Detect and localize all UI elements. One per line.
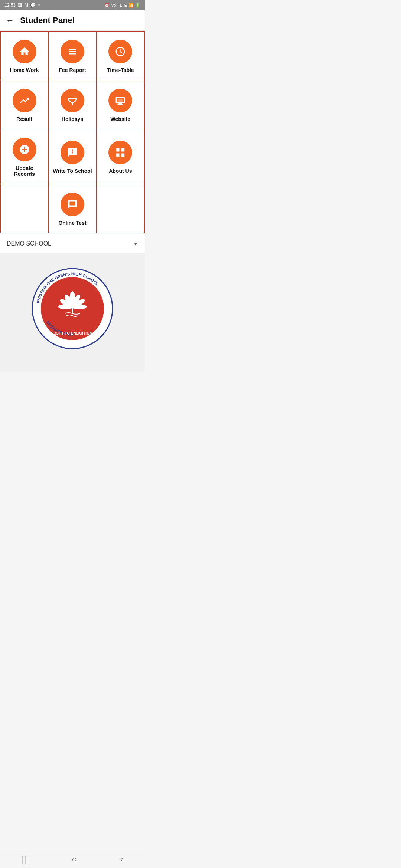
- updaterecords-label: Update Records: [4, 165, 44, 177]
- status-right: ⏰ Vo)) LTE 📶 🔋: [104, 3, 140, 8]
- umbrella-icon: [67, 95, 78, 106]
- svg-rect-9: [72, 308, 73, 313]
- svg-point-5: [58, 304, 73, 309]
- header: ← Student Panel: [0, 10, 145, 31]
- grid-item-feereport[interactable]: Fee Report: [49, 32, 97, 80]
- school-name: DEMO SCHOOL: [7, 240, 51, 247]
- aboutus-label: About Us: [109, 168, 132, 174]
- grid-icon: [115, 147, 126, 158]
- feereport-label: Fee Report: [59, 67, 86, 73]
- feereport-icon-circle: [61, 40, 84, 63]
- onlinetest-label: Online Test: [58, 220, 86, 226]
- page-title: Student Panel: [20, 16, 75, 25]
- grid-item-aboutus[interactable]: About Us: [97, 129, 145, 184]
- grid-item-onlinetest[interactable]: Online Test: [49, 184, 97, 233]
- gallery-icon: 🖼: [18, 3, 22, 8]
- timetable-label: Time-Table: [107, 67, 134, 73]
- back-button[interactable]: ←: [6, 16, 14, 25]
- school-selector[interactable]: DEMO SCHOOL ▼: [0, 234, 145, 253]
- time: 12:53: [4, 3, 16, 8]
- message-icon: 💬: [30, 3, 36, 8]
- trending-up-icon: [19, 95, 30, 106]
- status-bar: 12:53 🖼 M 💬 • ⏰ Vo)) LTE 📶 🔋: [0, 0, 145, 10]
- writetoschool-label: Write To School: [53, 168, 92, 174]
- grid-item-result[interactable]: Result: [1, 80, 49, 129]
- menu-grid: Home Work Fee Report Time-Table Result: [0, 31, 145, 233]
- homework-label: Home Work: [10, 67, 39, 73]
- grid-item-homework[interactable]: Home Work: [1, 32, 49, 80]
- result-icon-circle: [13, 89, 36, 112]
- writetoschool-icon-circle: [61, 141, 84, 164]
- website-label: Website: [111, 116, 130, 122]
- grid-item-timetable[interactable]: Time-Table: [97, 32, 145, 80]
- wifi-icon: 📶: [128, 3, 134, 8]
- home-icon: [19, 46, 30, 57]
- grid-item-writetoschool[interactable]: Write To School: [49, 129, 97, 184]
- chat-quiz-icon: [67, 199, 78, 210]
- grid-item-holidays[interactable]: Holidays: [49, 80, 97, 129]
- onlinetest-icon-circle: [61, 193, 84, 216]
- message-alert-icon: [67, 147, 78, 158]
- status-left: 12:53 🖼 M 💬 •: [4, 3, 40, 8]
- aboutus-icon-circle: [108, 141, 132, 164]
- result-label: Result: [16, 116, 32, 122]
- svg-text:LIGHT TO ENLIGHTEN: LIGHT TO ENLIGHTEN: [52, 331, 92, 335]
- receipt-icon: [67, 46, 78, 57]
- dropdown-arrow-icon: ▼: [133, 241, 138, 247]
- timetable-icon-circle: [108, 40, 132, 63]
- battery-icon: 🔋: [135, 3, 140, 8]
- logo-section: PRISTINE CHILDREN'S HIGH SCHOOL MUZAFFAR…: [0, 253, 145, 372]
- dot-indicator: •: [38, 3, 40, 8]
- updaterecords-icon-circle: [13, 138, 36, 161]
- holidays-icon-circle: [61, 89, 84, 112]
- monitor-icon: [115, 95, 126, 106]
- gmail-icon: M: [25, 3, 28, 8]
- grid-item-empty2: [97, 184, 145, 233]
- signal-text: Vo)) LTE: [111, 3, 127, 7]
- holidays-label: Holidays: [62, 116, 83, 122]
- grid-item-website[interactable]: Website: [97, 80, 145, 129]
- svg-point-8: [72, 304, 87, 309]
- plus-circle-icon: [19, 144, 30, 155]
- grid-item-empty1: [1, 184, 49, 233]
- clock-icon: [115, 46, 126, 57]
- school-logo: PRISTINE CHILDREN'S HIGH SCHOOL MUZAFFAR…: [32, 268, 113, 349]
- alarm-icon: ⏰: [104, 3, 110, 8]
- website-icon-circle: [108, 89, 132, 112]
- grid-item-updaterecords[interactable]: Update Records: [1, 129, 49, 184]
- homework-icon-circle: [13, 40, 36, 63]
